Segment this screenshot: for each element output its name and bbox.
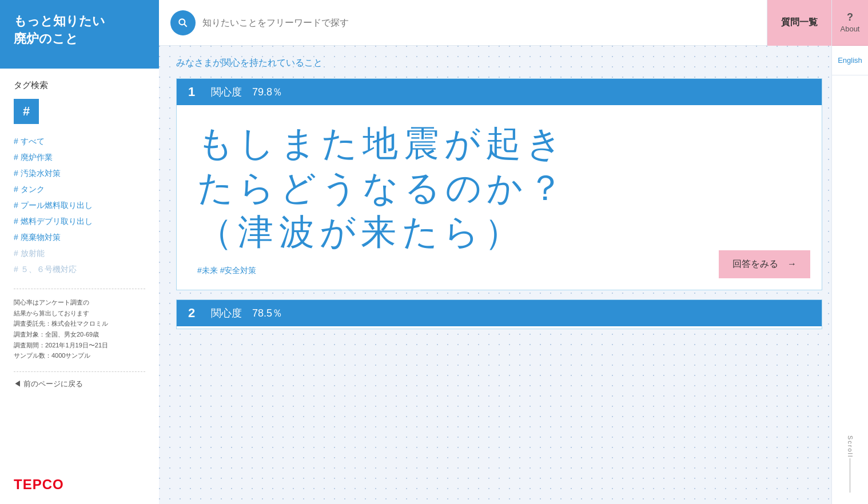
scroll-area: Scroll [847,75,854,504]
rank-header-1: 1 関心度 79.8％ [177,79,822,105]
hash-icon-box[interactable]: # [14,99,39,124]
english-button[interactable]: English [832,46,868,75]
rank-number-1: 1 [188,85,202,99]
right-panel: English Scroll [831,46,868,504]
search-icon [177,17,189,29]
svg-point-0 [179,19,185,25]
section-label: みなさまが関心を持たれていること [176,57,822,69]
tag-item-haiki[interactable]: # 廃棄物対策 [14,229,145,245]
tepco-text: TEPCO [14,477,64,492]
sidebar-title-line1: もっと知りたい [14,14,105,28]
qa-button-label: 質問一覧 [781,17,818,27]
sidebar: もっと知りたい 廃炉のこと タグ検索 # # すべて # 廃炉作業 # 汚染水対… [0,0,159,504]
back-link-text: ◀ 前のページに戻る [14,379,83,389]
about-label: About [841,25,860,33]
search-icon-box[interactable] [170,10,196,35]
tag-item-osensui[interactable]: # 汚染水対策 [14,165,145,181]
page-layout: もっと知りたい 廃炉のこと タグ検索 # # すべて # 廃炉作業 # 汚染水対… [0,0,868,504]
tag-item-nenryo[interactable]: # 燃料デブリ取り出し [14,213,145,229]
rank-item-2: 2 関心度 78.5％ [176,299,822,329]
tag-search-label: タグ検索 [14,80,145,91]
view-button-1-label: 回答をみる → [732,258,797,270]
rank-tags-1: #未来 #安全対策 [197,266,801,276]
tag-item-hairo[interactable]: # 廃炉作業 [14,149,145,165]
qa-button[interactable]: 質問一覧 [767,0,831,46]
about-q-mark: ? [847,11,853,23]
rank-score-2: 関心度 78.5％ [211,306,282,320]
rank-number-2: 2 [188,306,202,321]
survey-note: 関心率はアンケート調査の結果から算出しております調査委託先：株式会社マクロミル調… [14,289,145,361]
rank-title-1-line1: もしまた地震が起き [197,123,568,163]
sidebar-header: もっと知りたい 廃炉のこと [0,0,159,69]
main-content: 質問一覧 ? About English Scroll みなさまが関心を持たれて… [159,0,868,504]
topbar: 質問一覧 ? About [159,0,868,46]
tag-item-56go: # ５、６号機対応 [14,261,145,277]
rank-item-1: 1 関心度 79.8％ もしまた地震が起き たらどうなるのか？ （津波が来たら）… [176,78,822,290]
english-label: English [838,56,862,65]
rank-title-1-line2: たらどうなるのか？ [197,168,569,207]
tag-item-tank[interactable]: # タンク [14,181,145,197]
back-link[interactable]: ◀ 前のページに戻る [14,371,145,389]
content-area: みなさまが関心を持たれていること 1 関心度 79.8％ もしまた地震が起き た… [159,46,868,504]
svg-line-1 [184,24,187,27]
about-button[interactable]: ? About [832,0,868,46]
search-area [159,0,767,45]
tepco-logo: TEPCO [0,477,159,504]
scroll-text: Scroll [847,435,854,458]
hash-symbol: # [23,104,30,119]
sidebar-title-line2: 廃炉のこと [14,31,78,46]
rank-header-2: 2 関心度 78.5％ [177,300,822,326]
tag-item-hoshanō: # 放射能 [14,245,145,261]
sidebar-body: タグ検索 # # すべて # 廃炉作業 # 汚染水対策 # タンク # プール燃… [0,69,159,477]
view-button-1[interactable]: 回答をみる → [719,250,810,278]
scroll-line [850,458,850,493]
tag-item-pool[interactable]: # プール燃料取り出し [14,197,145,213]
rank-body-1: もしまた地震が起き たらどうなるのか？ （津波が来たら） #未来 #安全対策 回… [177,105,822,290]
tag-item-all[interactable]: # すべて [14,133,145,149]
search-input[interactable] [202,18,755,28]
rank-score-1: 関心度 79.8％ [211,85,282,99]
rank-title-1: もしまた地震が起き たらどうなるのか？ （津波が来たら） [197,121,801,254]
survey-note-text: 関心率はアンケート調査の結果から算出しております調査委託先：株式会社マクロミル調… [14,299,108,359]
tag-list: # すべて # 廃炉作業 # 汚染水対策 # タンク # プール燃料取り出し #… [14,133,145,277]
rank-title-1-line3: （津波が来たら） [197,212,525,251]
